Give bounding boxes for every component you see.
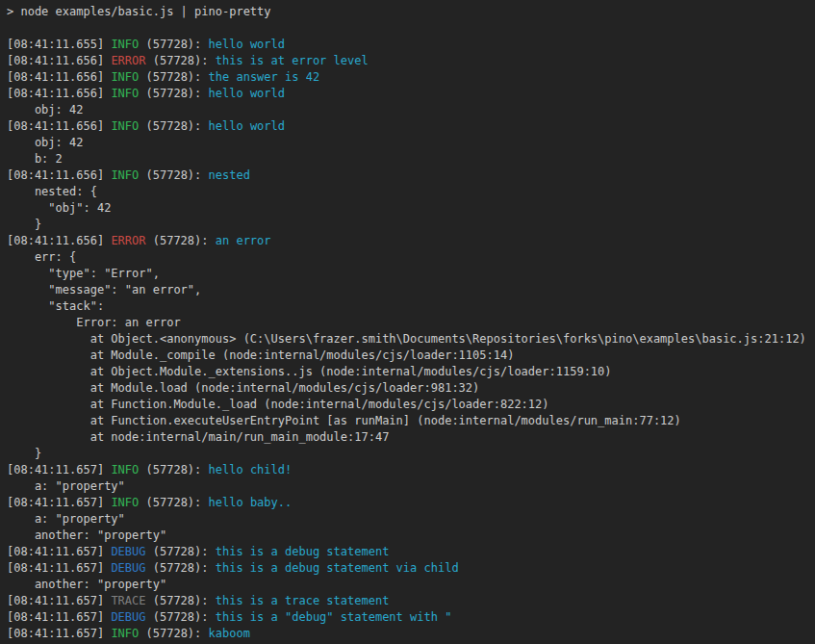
log-timestamp: [08:41:11.657] — [7, 561, 111, 575]
log-pid: (57728): — [139, 87, 208, 100]
log-pid: (57728): — [146, 610, 216, 624]
log-level: DEBUG — [111, 561, 145, 575]
log-timestamp: [08:41:11.656] — [7, 54, 111, 67]
log-level: ERROR — [111, 54, 145, 67]
log-timestamp: [08:41:11.657] — [7, 463, 111, 477]
log-message: this is a trace statement — [216, 594, 390, 607]
log-level: INFO — [111, 627, 139, 640]
log-detail-line: a: "property" — [7, 511, 815, 528]
log-detail-line: at Module._compile (node:internal/module… — [7, 348, 815, 364]
command-line: > node examples/basic.js | pino-pretty — [7, 4, 815, 20]
log-line: [08:41:11.657] INFO (57728): hello baby.… — [7, 495, 815, 511]
log-timestamp: [08:41:11.656] — [7, 234, 111, 247]
log-level: DEBUG — [111, 545, 145, 558]
log-level: TRACE — [111, 594, 145, 607]
log-timestamp: [08:41:11.657] — [7, 496, 111, 509]
log-detail-line: at Module.load (node:internal/modules/cj… — [7, 380, 815, 397]
log-message: nested — [209, 168, 250, 182]
log-message: kaboom — [209, 627, 250, 640]
log-detail-line: a: "property" — [7, 478, 815, 495]
log-message: this is a debug statement via child — [216, 561, 459, 575]
log-detail-line: another: "property" — [7, 528, 815, 544]
log-detail-line: b: 2 — [7, 151, 815, 167]
log-message: this is at error level — [216, 54, 369, 67]
log-pid: (57728): — [139, 38, 208, 51]
log-level: ERROR — [111, 234, 145, 247]
log-level: INFO — [111, 70, 139, 84]
log-detail-line: at Object.<anonymous> (C:\Users\frazer.s… — [7, 331, 815, 348]
log-message: this is a debug statement — [216, 545, 390, 558]
log-timestamp: [08:41:11.657] — [7, 594, 111, 607]
log-pid: (57728): — [139, 463, 208, 477]
log-pid: (57728): — [139, 168, 208, 182]
log-timestamp: [08:41:11.655] — [7, 38, 111, 51]
log-message: hello world — [209, 119, 285, 133]
log-level: INFO — [111, 496, 139, 509]
log-line: [08:41:11.657] DEBUG (57728): this is a … — [7, 560, 815, 577]
log-detail-line: "type": "Error", — [7, 266, 815, 282]
log-detail-line: another: "property" — [7, 577, 815, 593]
log-timestamp: [08:41:11.656] — [7, 70, 111, 84]
log-line: [08:41:11.655] INFO (57728): hello world — [7, 37, 815, 53]
log-detail-line: "message": "an error", — [7, 282, 815, 298]
log-detail-line: } — [7, 217, 815, 233]
log-level: INFO — [111, 87, 139, 100]
log-message: an error — [216, 234, 271, 247]
log-detail-line: nested: { — [7, 184, 815, 200]
log-pid: (57728): — [146, 545, 216, 558]
log-timestamp: [08:41:11.657] — [7, 545, 111, 558]
log-line: [08:41:11.656] ERROR (57728): an error — [7, 233, 815, 249]
log-line: [08:41:11.657] DEBUG (57728): this is a … — [7, 544, 815, 560]
log-pid: (57728): — [146, 234, 216, 247]
log-timestamp: [08:41:11.657] — [7, 627, 111, 640]
log-line: [08:41:11.656] INFO (57728): hello world — [7, 86, 815, 102]
log-line: [08:41:11.656] ERROR (57728): this is at… — [7, 53, 815, 69]
log-level: INFO — [111, 463, 139, 477]
log-detail-line: at Function.Module._load (node:internal/… — [7, 397, 815, 413]
log-line: [08:41:11.657] INFO (57728): hello child… — [7, 462, 815, 478]
log-timestamp: [08:41:11.657] — [7, 610, 111, 624]
log-message: this is a "debug" statement with " — [216, 610, 452, 624]
log-pid: (57728): — [146, 54, 216, 67]
log-detail-line: "stack": — [7, 298, 815, 315]
log-detail-line: Error: an error — [7, 315, 815, 331]
log-pid: (57728): — [139, 627, 208, 640]
log-level: INFO — [111, 38, 139, 51]
log-timestamp: [08:41:11.656] — [7, 119, 111, 133]
log-pid: (57728): — [146, 561, 216, 575]
log-timestamp: [08:41:11.656] — [7, 87, 111, 100]
log-level: DEBUG — [111, 610, 145, 624]
log-line: [08:41:11.657] DEBUG (57728): this is a … — [7, 609, 815, 626]
log-line: [08:41:11.657] INFO (57728): kaboom — [7, 626, 815, 642]
log-line: [08:41:11.657] TRACE (57728): this is a … — [7, 593, 815, 609]
log-detail-line: "obj": 42 — [7, 200, 815, 217]
log-detail-line: at node:internal/main/run_main_module:17… — [7, 429, 815, 446]
log-level: INFO — [111, 168, 139, 182]
log-detail-line: obj: 42 — [7, 135, 815, 151]
log-pid: (57728): — [139, 496, 208, 509]
log-line: [08:41:11.656] INFO (57728): nested — [7, 167, 815, 184]
log-detail-line: } — [7, 446, 815, 462]
log-detail-line: at Object.Module._extensions..js (node:i… — [7, 364, 815, 380]
log-line: [08:41:11.656] INFO (57728): the answer … — [7, 69, 815, 86]
log-message: hello child! — [209, 463, 293, 477]
log-message: hello world — [209, 38, 285, 51]
log-level: INFO — [111, 119, 139, 133]
log-detail-line: obj: 42 — [7, 102, 815, 118]
log-timestamp: [08:41:11.656] — [7, 168, 111, 182]
terminal-output: > node examples/basic.js | pino-pretty [… — [7, 4, 815, 642]
terminal-window[interactable]: > node examples/basic.js | pino-pretty [… — [0, 0, 815, 644]
log-detail-line: at Function.executeUserEntryPoint [as ru… — [7, 413, 815, 429]
log-pid: (57728): — [139, 119, 208, 133]
log-pid: (57728): — [146, 594, 216, 607]
log-detail-line: err: { — [7, 249, 815, 266]
log-message: hello world — [209, 87, 285, 100]
log-message: the answer is 42 — [209, 70, 320, 84]
blank-line — [7, 20, 815, 37]
log-pid: (57728): — [139, 70, 208, 84]
log-line: [08:41:11.656] INFO (57728): hello world — [7, 118, 815, 135]
log-message: hello baby.. — [209, 496, 293, 509]
